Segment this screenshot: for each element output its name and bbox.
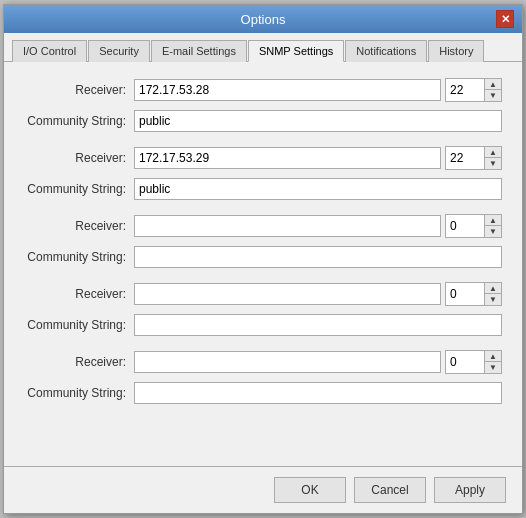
- receiver-label-1: Receiver:: [24, 83, 134, 97]
- receiver-input-row-1: ▲ ▼: [134, 78, 502, 102]
- community-label-2: Community String:: [24, 182, 134, 196]
- community-input-row-5: [134, 382, 502, 404]
- community-input-row-3: [134, 246, 502, 268]
- port-spinner-buttons-4: ▲ ▼: [484, 283, 501, 305]
- tab-security[interactable]: Security: [88, 40, 150, 62]
- receiver-input-5[interactable]: [134, 351, 441, 373]
- window-title: Options: [30, 12, 496, 27]
- community-input-5[interactable]: [134, 382, 502, 404]
- port-spin-down-2[interactable]: ▼: [485, 158, 501, 169]
- port-spin-up-1[interactable]: ▲: [485, 79, 501, 90]
- community-label-1: Community String:: [24, 114, 134, 128]
- tab-snmp-settings[interactable]: SNMP Settings: [248, 40, 344, 62]
- community-row-4: Community String:: [24, 314, 502, 336]
- receiver-input-row-2: ▲ ▼: [134, 146, 502, 170]
- receiver-input-4[interactable]: [134, 283, 441, 305]
- ok-button[interactable]: OK: [274, 477, 346, 503]
- port-spinner-buttons-1: ▲ ▼: [484, 79, 501, 101]
- port-spinner-buttons-2: ▲ ▼: [484, 147, 501, 169]
- port-spin-up-4[interactable]: ▲: [485, 283, 501, 294]
- community-row-2: Community String:: [24, 178, 502, 200]
- port-input-3[interactable]: [446, 215, 484, 237]
- receiver-input-row-3: ▲ ▼: [134, 214, 502, 238]
- port-spinner-5: ▲ ▼: [445, 350, 502, 374]
- community-input-3[interactable]: [134, 246, 502, 268]
- community-row-5: Community String:: [24, 382, 502, 404]
- receiver-row-1: Receiver: ▲ ▼: [24, 78, 502, 102]
- port-spin-down-5[interactable]: ▼: [485, 362, 501, 373]
- port-input-5[interactable]: [446, 351, 484, 373]
- community-input-row-2: [134, 178, 502, 200]
- community-input-1[interactable]: [134, 110, 502, 132]
- port-spinner-1: ▲ ▼: [445, 78, 502, 102]
- community-input-4[interactable]: [134, 314, 502, 336]
- receiver-input-row-5: ▲ ▼: [134, 350, 502, 374]
- port-spin-up-2[interactable]: ▲: [485, 147, 501, 158]
- port-input-2[interactable]: [446, 147, 484, 169]
- community-label-4: Community String:: [24, 318, 134, 332]
- tab-io-control[interactable]: I/O Control: [12, 40, 87, 62]
- receiver-input-3[interactable]: [134, 215, 441, 237]
- cancel-button[interactable]: Cancel: [354, 477, 426, 503]
- receiver-row-2: Receiver: ▲ ▼: [24, 146, 502, 170]
- receiver-input-2[interactable]: [134, 147, 441, 169]
- community-label-5: Community String:: [24, 386, 134, 400]
- community-row-3: Community String:: [24, 246, 502, 268]
- receiver-label-5: Receiver:: [24, 355, 134, 369]
- receiver-input-1[interactable]: [134, 79, 441, 101]
- port-spin-up-5[interactable]: ▲: [485, 351, 501, 362]
- receiver-row-4: Receiver: ▲ ▼: [24, 282, 502, 306]
- title-bar: Options ✕: [4, 5, 522, 33]
- tab-bar: I/O Control Security E-mail Settings SNM…: [4, 33, 522, 62]
- receiver-label-2: Receiver:: [24, 151, 134, 165]
- port-input-1[interactable]: [446, 79, 484, 101]
- port-spin-down-3[interactable]: ▼: [485, 226, 501, 237]
- port-spinner-buttons-5: ▲ ▼: [484, 351, 501, 373]
- footer: OK Cancel Apply: [4, 466, 522, 513]
- community-label-3: Community String:: [24, 250, 134, 264]
- apply-button[interactable]: Apply: [434, 477, 506, 503]
- port-spinner-2: ▲ ▼: [445, 146, 502, 170]
- port-spin-down-1[interactable]: ▼: [485, 90, 501, 101]
- port-spinner-3: ▲ ▼: [445, 214, 502, 238]
- tab-email-settings[interactable]: E-mail Settings: [151, 40, 247, 62]
- receiver-row-5: Receiver: ▲ ▼: [24, 350, 502, 374]
- community-input-2[interactable]: [134, 178, 502, 200]
- receiver-label-4: Receiver:: [24, 287, 134, 301]
- close-button[interactable]: ✕: [496, 10, 514, 28]
- receiver-row-3: Receiver: ▲ ▼: [24, 214, 502, 238]
- port-spin-up-3[interactable]: ▲: [485, 215, 501, 226]
- community-input-row-4: [134, 314, 502, 336]
- port-spin-down-4[interactable]: ▼: [485, 294, 501, 305]
- receiver-label-3: Receiver:: [24, 219, 134, 233]
- tab-history[interactable]: History: [428, 40, 484, 62]
- content-area: Receiver: ▲ ▼ Community String: Rec: [4, 62, 522, 466]
- options-window: Options ✕ I/O Control Security E-mail Se…: [3, 4, 523, 514]
- port-spinner-buttons-3: ▲ ▼: [484, 215, 501, 237]
- receiver-input-row-4: ▲ ▼: [134, 282, 502, 306]
- community-row-1: Community String:: [24, 110, 502, 132]
- port-input-4[interactable]: [446, 283, 484, 305]
- tab-notifications[interactable]: Notifications: [345, 40, 427, 62]
- community-input-row-1: [134, 110, 502, 132]
- port-spinner-4: ▲ ▼: [445, 282, 502, 306]
